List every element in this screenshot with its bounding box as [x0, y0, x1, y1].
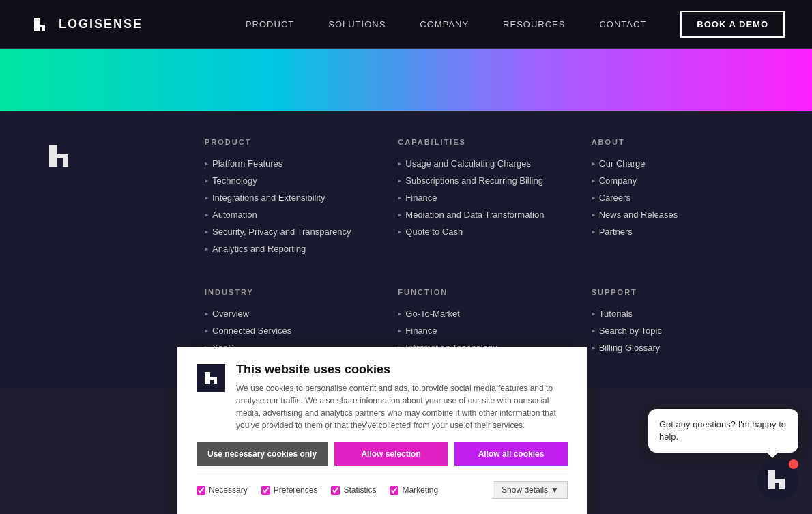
- checkbox-statistics[interactable]: [331, 486, 340, 495]
- chat-widget: Got any questions? I'm happy to help.: [648, 409, 798, 500]
- list-item: Platform Features: [205, 158, 371, 169]
- checkbox-preferences[interactable]: [261, 486, 270, 495]
- list-item: Search by Topic: [592, 326, 757, 336]
- footer-col-capabilities-list: Usage and Calculating Charges Subscripti…: [398, 158, 564, 237]
- check-preferences-label: Preferences: [274, 485, 318, 495]
- check-marketing-label: Marketing: [402, 485, 438, 495]
- check-necessary[interactable]: Necessary: [197, 485, 248, 495]
- check-preferences[interactable]: Preferences: [261, 485, 318, 495]
- list-item: Analytics and Reporting: [205, 244, 371, 254]
- list-item: Integrations and Extensibility: [205, 192, 371, 203]
- logo[interactable]: LOGISENSE: [27, 12, 143, 37]
- list-item: Finance: [398, 326, 564, 336]
- footer-link[interactable]: News and Releases: [599, 210, 678, 220]
- logo-icon: [27, 12, 52, 37]
- cookie-text: We use cookies to personalise content an…: [236, 382, 568, 431]
- list-item: Overview: [205, 309, 371, 319]
- list-item: Billing Glossary: [592, 343, 757, 353]
- chat-avatar-button[interactable]: [757, 459, 798, 500]
- footer-col-product-title: PRODUCT: [205, 138, 371, 146]
- check-statistics-label: Statistics: [343, 485, 376, 495]
- list-item: Technology: [205, 175, 371, 186]
- list-item: Our Charge: [592, 158, 757, 169]
- footer-link[interactable]: Tutorials: [599, 309, 633, 319]
- checkbox-necessary[interactable]: [197, 486, 205, 495]
- footer-link[interactable]: Subscriptions and Recurring Billing: [405, 175, 543, 186]
- footer-link[interactable]: Mediation and Data Transformation: [405, 210, 544, 220]
- nav-product[interactable]: PRODUCT: [246, 19, 294, 29]
- checkbox-marketing[interactable]: [390, 486, 398, 495]
- list-item: Connected Services: [205, 326, 371, 336]
- footer-col-industry-title: INDUSTRY: [205, 288, 371, 296]
- chat-notification-badge: [789, 459, 798, 469]
- footer-col-support: SUPPORT Tutorials Search by Topic Billin…: [578, 288, 771, 360]
- footer-logo: [41, 138, 164, 261]
- footer-link[interactable]: Quote to Cash: [405, 227, 463, 237]
- footer-col-function-title: FUNCTION: [398, 288, 564, 296]
- chat-avatar-icon: [763, 465, 793, 495]
- use-necessary-button[interactable]: Use necessary cookies only: [197, 442, 328, 466]
- cookie-logo-icon: [201, 369, 220, 388]
- footer-col-industry-list: Overview Connected Services XaaS: [205, 309, 371, 353]
- footer-link[interactable]: Automation: [212, 210, 257, 220]
- check-statistics[interactable]: Statistics: [331, 485, 376, 495]
- footer-cols-row1: PRODUCT Platform Features Technology Int…: [191, 138, 771, 261]
- cookie-title: This website uses cookies: [236, 362, 568, 377]
- cookie-checkboxes: Necessary Preferences Statistics Marketi…: [197, 474, 568, 499]
- nav-solutions[interactable]: SOLUTIONS: [328, 19, 386, 29]
- footer-col-product-list: Platform Features Technology Integration…: [205, 158, 371, 254]
- list-item: Partners: [592, 227, 757, 237]
- cookie-buttons: Use necessary cookies only Allow selecti…: [197, 442, 568, 466]
- footer-link[interactable]: Platform Features: [212, 158, 282, 169]
- footer-col-about-title: ABOUT: [592, 138, 757, 146]
- list-item: Mediation and Data Transformation: [398, 210, 564, 220]
- footer-link[interactable]: Finance: [405, 192, 437, 203]
- footer-link[interactable]: Go-To-Market: [405, 309, 459, 319]
- footer-link[interactable]: Finance: [405, 326, 437, 336]
- footer-row1: PRODUCT Platform Features Technology Int…: [0, 111, 812, 288]
- show-details-button[interactable]: Show details ▼: [493, 481, 568, 499]
- list-item: Company: [592, 175, 757, 186]
- footer-logo-icon: [41, 138, 76, 173]
- footer-link[interactable]: Overview: [212, 309, 249, 319]
- list-item: News and Releases: [592, 210, 757, 220]
- footer-link[interactable]: Usage and Calculating Charges: [405, 158, 531, 169]
- footer-link[interactable]: Billing Glossary: [599, 343, 661, 353]
- footer-link[interactable]: Analytics and Reporting: [212, 244, 306, 254]
- footer-col-about-list: Our Charge Company Careers News and Rele…: [592, 158, 757, 237]
- nav-contact[interactable]: CONTACT: [599, 19, 646, 29]
- footer-link[interactable]: Company: [599, 175, 637, 186]
- footer-link[interactable]: Security, Privacy and Transparency: [212, 227, 351, 237]
- list-item: Tutorials: [592, 309, 757, 319]
- list-item: Security, Privacy and Transparency: [205, 227, 371, 237]
- footer-link[interactable]: Careers: [599, 192, 630, 203]
- footer-link[interactable]: Connected Services: [212, 326, 291, 336]
- cookie-content: This website uses cookies We use cookies…: [236, 362, 568, 431]
- footer2-spacer: [41, 288, 164, 360]
- nav-company[interactable]: COMPANY: [420, 19, 469, 29]
- footer-col-product: PRODUCT Platform Features Technology Int…: [191, 138, 384, 261]
- footer-col-capabilities-title: CAPABILITIES: [398, 138, 564, 146]
- allow-selection-button[interactable]: Allow selection: [334, 442, 448, 466]
- check-marketing[interactable]: Marketing: [390, 485, 438, 495]
- footer-col-capabilities: CAPABILITIES Usage and Calculating Charg…: [384, 138, 577, 261]
- chevron-down-icon: ▼: [551, 485, 559, 495]
- footer-link[interactable]: Our Charge: [599, 158, 646, 169]
- list-item: Usage and Calculating Charges: [398, 158, 564, 169]
- list-item: Finance: [398, 192, 564, 203]
- footer-link[interactable]: Partners: [599, 227, 633, 237]
- list-item: Go-To-Market: [398, 309, 564, 319]
- gradient-banner: [0, 49, 812, 111]
- footer-link[interactable]: Search by Topic: [599, 326, 662, 336]
- show-details-text: Show details: [502, 485, 548, 495]
- footer-col-support-list: Tutorials Search by Topic Billing Glossa…: [592, 309, 757, 353]
- nav-links: PRODUCT SOLUTIONS COMPANY RESOURCES CONT…: [246, 11, 785, 38]
- cookie-banner: This website uses cookies We use cookies…: [177, 347, 587, 514]
- list-item: Quote to Cash: [398, 227, 564, 237]
- footer-link[interactable]: Integrations and Extensibility: [212, 192, 325, 203]
- nav-resources[interactable]: RESOURCES: [503, 19, 565, 29]
- footer-link[interactable]: Technology: [212, 175, 257, 186]
- allow-all-button[interactable]: Allow all cookies: [454, 442, 568, 466]
- cookie-header: This website uses cookies We use cookies…: [197, 362, 568, 431]
- book-demo-button[interactable]: BOOK A DEMO: [680, 11, 785, 38]
